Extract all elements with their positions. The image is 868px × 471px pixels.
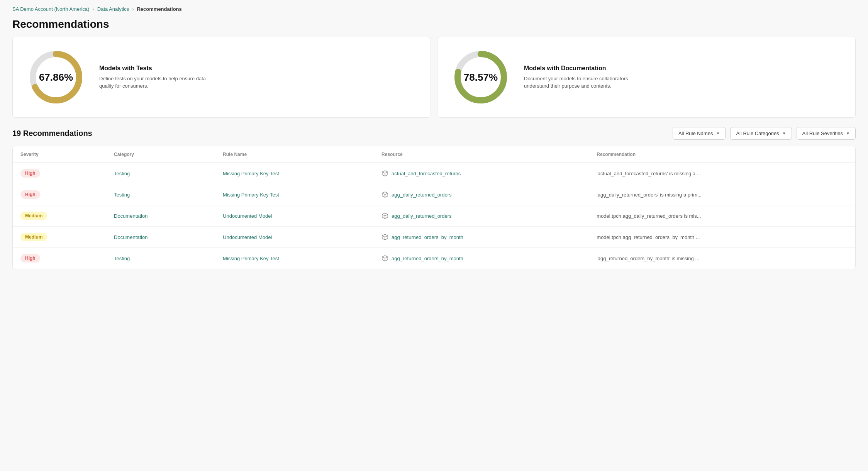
tests-info: Models with Tests Define tests on your m… xyxy=(99,65,207,90)
rule-names-label: All Rule Names xyxy=(678,130,713,136)
rule-name-link[interactable]: Missing Primary Key Test xyxy=(223,171,279,176)
rule-categories-chevron-icon: ▼ xyxy=(782,131,786,136)
breadcrumb-item-1[interactable]: SA Demo Account (North America) xyxy=(12,6,89,12)
resource-link[interactable]: actual_and_forecasted_returns xyxy=(392,171,461,176)
category-cell[interactable]: Documentation xyxy=(106,227,215,248)
table-row: HighTestingMissing Primary Key Testactua… xyxy=(13,163,855,184)
recommendation-cell: 'agg_daily_returned_orders' is missing a… xyxy=(589,184,855,205)
category-cell[interactable]: Testing xyxy=(106,163,215,184)
rule-severities-filter[interactable]: All Rule Severities ▼ xyxy=(797,127,856,140)
table-row: HighTestingMissing Primary Key Testagg_r… xyxy=(13,248,855,269)
tests-title: Models with Tests xyxy=(99,65,207,72)
resource-link[interactable]: agg_returned_orders_by_month xyxy=(392,234,463,240)
resource-link[interactable]: agg_daily_returned_orders xyxy=(392,192,451,198)
recommendation-cell: model.tpch.agg_daily_returned_orders is … xyxy=(589,205,855,227)
rule-name-link[interactable]: Missing Primary Key Test xyxy=(223,256,279,261)
svg-line-11 xyxy=(382,214,385,216)
resource-content: actual_and_forecasted_returns xyxy=(381,170,581,177)
category-cell[interactable]: Documentation xyxy=(106,205,215,227)
table-body: HighTestingMissing Primary Key Testactua… xyxy=(13,163,855,269)
category-cell[interactable]: Testing xyxy=(106,248,215,269)
rule-name-cell[interactable]: Missing Primary Key Test xyxy=(215,163,374,184)
category-cell[interactable]: Testing xyxy=(106,184,215,205)
rule-name-link[interactable]: Undocumented Model xyxy=(223,234,272,240)
severity-cell: High xyxy=(13,184,106,205)
svg-line-18 xyxy=(385,257,388,258)
category-link[interactable]: Documentation xyxy=(114,234,147,240)
rule-name-link[interactable]: Undocumented Model xyxy=(223,213,272,219)
svg-line-8 xyxy=(382,193,385,195)
svg-line-17 xyxy=(382,257,385,258)
severity-cell: High xyxy=(13,248,106,269)
tests-donut: 67.86% xyxy=(25,46,87,108)
resource-icon xyxy=(381,234,388,241)
docs-percentage: 78.57% xyxy=(464,71,498,83)
col-resource: Resource xyxy=(374,146,589,163)
resource-icon xyxy=(381,212,388,219)
resource-cell[interactable]: agg_returned_orders_by_month xyxy=(374,227,589,248)
resource-icon xyxy=(381,170,388,177)
severity-badge: High xyxy=(20,169,40,178)
col-severity: Severity xyxy=(13,146,106,163)
resource-link[interactable]: agg_daily_returned_orders xyxy=(392,213,451,219)
resource-content: agg_daily_returned_orders xyxy=(381,212,581,219)
models-with-docs-card: 78.57% Models with Documentation Documen… xyxy=(437,37,856,118)
rule-names-chevron-icon: ▼ xyxy=(716,131,720,136)
svg-line-12 xyxy=(385,214,388,216)
svg-line-9 xyxy=(385,193,388,195)
severity-cell: High xyxy=(13,163,106,184)
rule-names-filter[interactable]: All Rule Names ▼ xyxy=(673,127,726,140)
breadcrumb-item-2[interactable]: Data Analytics xyxy=(97,6,129,12)
category-link[interactable]: Testing xyxy=(114,192,130,198)
resource-cell[interactable]: agg_returned_orders_by_month xyxy=(374,248,589,269)
models-with-tests-card: 67.86% Models with Tests Define tests on… xyxy=(12,37,431,118)
svg-line-15 xyxy=(385,235,388,237)
svg-line-5 xyxy=(382,172,385,173)
recommendation-cell: 'agg_returned_orders_by_month' is missin… xyxy=(589,248,855,269)
svg-line-6 xyxy=(385,172,388,173)
severity-cell: Medium xyxy=(13,227,106,248)
col-rule-name: Rule Name xyxy=(215,146,374,163)
resource-icon xyxy=(381,191,388,198)
recommendations-table-container: Severity Category Rule Name Resource Rec… xyxy=(12,146,856,269)
resource-cell[interactable]: actual_and_forecasted_returns xyxy=(374,163,589,184)
severity-cell: Medium xyxy=(13,205,106,227)
severity-badge: High xyxy=(20,254,40,263)
resource-cell[interactable]: agg_daily_returned_orders xyxy=(374,184,589,205)
page-title: Recommendations xyxy=(0,15,868,37)
docs-title: Models with Documentation xyxy=(524,65,632,72)
rule-categories-filter[interactable]: All Rule Categories ▼ xyxy=(730,127,792,140)
severity-badge: Medium xyxy=(20,212,47,220)
table-row: MediumDocumentationUndocumented Modelagg… xyxy=(13,227,855,248)
table-header: Severity Category Rule Name Resource Rec… xyxy=(13,146,855,163)
rule-categories-label: All Rule Categories xyxy=(736,130,779,136)
resource-icon xyxy=(381,255,388,262)
recommendations-count: 19 Recommendations xyxy=(12,129,92,138)
category-link[interactable]: Documentation xyxy=(114,213,147,219)
tests-description: Define tests on your models to help ensu… xyxy=(99,75,207,90)
recommendations-table: Severity Category Rule Name Resource Rec… xyxy=(13,146,855,269)
breadcrumb-sep-1: › xyxy=(92,6,94,12)
category-link[interactable]: Testing xyxy=(114,256,130,261)
tests-percentage: 67.86% xyxy=(39,71,73,83)
rule-name-cell[interactable]: Undocumented Model xyxy=(215,227,374,248)
docs-donut: 78.57% xyxy=(450,46,512,108)
severity-badge: High xyxy=(20,190,40,199)
rule-name-cell[interactable]: Missing Primary Key Test xyxy=(215,248,374,269)
rule-name-cell[interactable]: Missing Primary Key Test xyxy=(215,184,374,205)
resource-content: agg_daily_returned_orders xyxy=(381,191,581,198)
breadcrumb: SA Demo Account (North America) › Data A… xyxy=(0,0,868,15)
resource-cell[interactable]: agg_daily_returned_orders xyxy=(374,205,589,227)
rule-name-cell[interactable]: Undocumented Model xyxy=(215,205,374,227)
rule-name-link[interactable]: Missing Primary Key Test xyxy=(223,192,279,198)
table-row: MediumDocumentationUndocumented Modelagg… xyxy=(13,205,855,227)
docs-info: Models with Documentation Document your … xyxy=(524,65,632,90)
breadcrumb-sep-2: › xyxy=(132,6,134,12)
resource-link[interactable]: agg_returned_orders_by_month xyxy=(392,256,463,261)
recommendations-header: 19 Recommendations All Rule Names ▼ All … xyxy=(0,127,868,146)
docs-description: Document your models to ensure collabora… xyxy=(524,75,632,90)
rule-severities-chevron-icon: ▼ xyxy=(846,131,850,136)
col-recommendation: Recommendation xyxy=(589,146,855,163)
category-link[interactable]: Testing xyxy=(114,171,130,176)
table-row: HighTestingMissing Primary Key Testagg_d… xyxy=(13,184,855,205)
